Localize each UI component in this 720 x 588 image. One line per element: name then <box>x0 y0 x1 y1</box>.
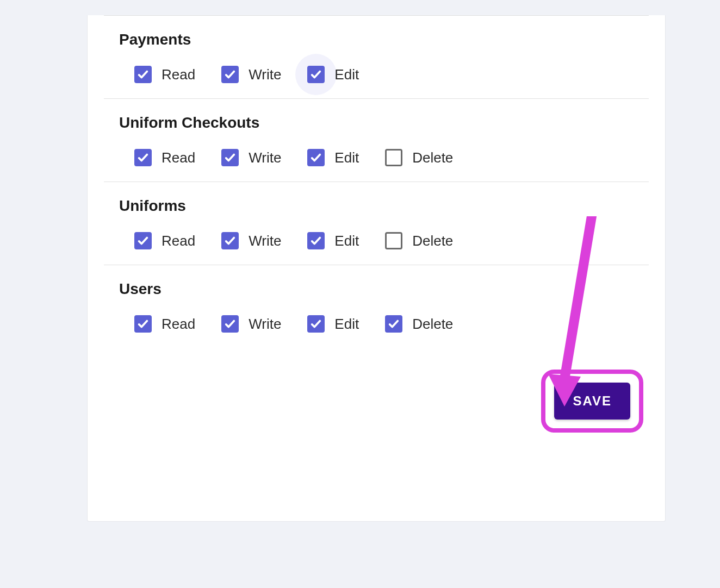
checkbox-uniforms-read[interactable]: Read <box>134 232 195 249</box>
checkbox-checked-icon <box>134 149 152 166</box>
checkbox-checked-icon <box>134 232 152 249</box>
checkbox-uniform-checkouts-write[interactable]: Write <box>221 149 281 166</box>
section-title: Payments <box>104 31 649 48</box>
checkbox-row: Read Write Edit Delete <box>104 149 649 166</box>
checkbox-row: Read Write Edit Delete <box>104 315 649 333</box>
checkbox-checked-icon <box>221 315 239 333</box>
checkbox-checked-icon <box>307 149 325 166</box>
section-uniforms: Uniforms Read Write Edit <box>104 182 649 265</box>
checkbox-payments-edit[interactable]: Edit <box>307 66 359 83</box>
save-button[interactable]: SAVE <box>554 383 630 420</box>
save-area: SAVE <box>104 348 649 433</box>
section-users: Users Read Write Edit <box>104 265 649 348</box>
checkbox-uniform-checkouts-delete[interactable]: Delete <box>385 149 453 166</box>
checkbox-uniforms-delete[interactable]: Delete <box>385 232 453 249</box>
checkbox-label: Edit <box>334 66 359 83</box>
checkbox-payments-write[interactable]: Write <box>221 66 281 83</box>
section-uniform-checkouts: Uniform Checkouts Read Write Edit <box>104 98 649 182</box>
checkbox-payments-read[interactable]: Read <box>134 66 195 83</box>
checkbox-unchecked-icon <box>385 149 402 166</box>
checkbox-row: Read Write Edit <box>104 66 649 83</box>
section-payments: Payments Read Write Edit <box>104 15 649 98</box>
annotation-highlight: SAVE <box>541 370 643 433</box>
checkbox-label: Edit <box>334 316 359 333</box>
checkbox-users-edit[interactable]: Edit <box>307 315 359 333</box>
checkbox-label: Delete <box>412 233 453 249</box>
permissions-card: Payments Read Write Edit <box>87 15 666 522</box>
checkbox-label: Delete <box>412 149 453 166</box>
checkbox-label: Read <box>162 233 195 249</box>
section-title: Uniforms <box>104 197 649 215</box>
checkbox-uniforms-edit[interactable]: Edit <box>307 232 359 249</box>
focus-halo <box>295 54 337 95</box>
checkbox-label: Edit <box>334 149 359 166</box>
checkbox-checked-icon <box>307 315 325 333</box>
checkbox-checked-icon <box>221 66 239 83</box>
checkbox-users-delete[interactable]: Delete <box>385 315 453 333</box>
checkbox-uniforms-write[interactable]: Write <box>221 232 281 249</box>
checkbox-row: Read Write Edit Delete <box>104 232 649 249</box>
checkbox-checked-icon <box>385 315 402 333</box>
checkbox-checked-icon <box>221 232 239 249</box>
section-title: Users <box>104 280 649 298</box>
checkbox-label: Read <box>162 66 195 83</box>
checkbox-label: Write <box>249 149 281 166</box>
checkbox-checked-icon <box>134 66 152 83</box>
checkbox-checked-icon <box>307 232 325 249</box>
checkbox-label: Delete <box>412 316 453 333</box>
section-title: Uniform Checkouts <box>104 114 649 132</box>
checkbox-label: Write <box>249 316 281 333</box>
checkbox-uniform-checkouts-edit[interactable]: Edit <box>307 149 359 166</box>
checkbox-unchecked-icon <box>385 232 402 249</box>
checkbox-checked-icon <box>134 315 152 333</box>
checkbox-label: Write <box>249 233 281 249</box>
checkbox-checked-icon <box>221 149 239 166</box>
checkbox-users-read[interactable]: Read <box>134 315 195 333</box>
checkbox-label: Read <box>162 149 195 166</box>
checkbox-label: Edit <box>334 233 359 249</box>
checkbox-uniform-checkouts-read[interactable]: Read <box>134 149 195 166</box>
checkbox-label: Write <box>249 66 281 83</box>
checkbox-checked-icon <box>307 66 325 83</box>
checkbox-users-write[interactable]: Write <box>221 315 281 333</box>
checkbox-label: Read <box>162 316 195 333</box>
